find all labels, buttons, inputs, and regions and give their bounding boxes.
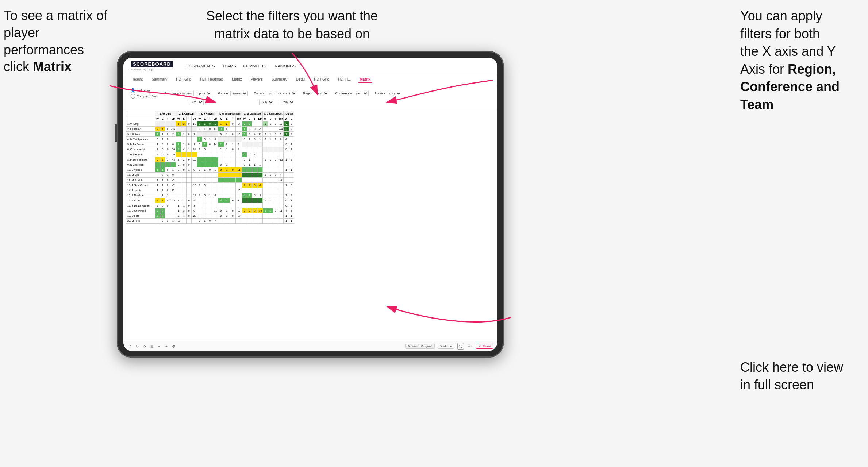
table-row: 10. B Valdes 1101 0010 0101 01011 11 [126, 167, 294, 173]
sh-dif5: Dif [257, 116, 263, 121]
row-name-1: 1. W Ding [126, 121, 155, 127]
col-header-4: 4. M Thorbjornsen [218, 111, 242, 116]
compact-view-radio[interactable] [131, 94, 135, 99]
players-group-2: (All) [280, 100, 295, 105]
sh-t5: T [252, 116, 257, 121]
gender-group: Gender Men's [218, 91, 248, 96]
plus-icon[interactable]: + [164, 343, 169, 349]
undo-icon[interactable]: ↺ [127, 343, 133, 349]
more-options-icon[interactable]: ⋯ [467, 343, 473, 349]
view-original-button[interactable]: 👁 View: Original [405, 344, 435, 349]
ann-bottomright-text: Click here to viewin full screen [740, 360, 843, 393]
sh-w6: W [263, 116, 268, 121]
annotation-topleft: To see a matrix of player performances c… [4, 7, 113, 76]
subnav-matrix-active[interactable]: Matrix [358, 77, 372, 83]
conference-select-2[interactable]: (All) [259, 100, 274, 105]
sh-w2: W [176, 116, 181, 121]
sh-w3: W [197, 116, 202, 121]
subnav-summary[interactable]: Summary [150, 77, 169, 83]
players-select-1[interactable]: (All) [387, 91, 402, 96]
watch-chevron-icon: ▾ [450, 344, 452, 348]
subnav-matrix-left[interactable]: Matrix [230, 77, 243, 83]
players-group: Players (All) [375, 91, 402, 96]
compact-view-label: Compact View [137, 94, 158, 98]
subnav-h2h-grid2[interactable]: H2H Grid [312, 77, 331, 83]
conference-label: Conference [335, 92, 352, 95]
conference-group-2: (All) [259, 100, 274, 105]
annotation-topright: You can applyfilters for boththe X axis … [740, 7, 857, 114]
sh-t1: T [165, 116, 170, 121]
subnav-h2h-heatmap[interactable]: H2H Heatmap [199, 77, 224, 83]
subnav-h2hh[interactable]: H2HH... [337, 77, 353, 83]
max-players-select[interactable]: Top 25 [193, 91, 212, 96]
nav-rankings[interactable]: RANKINGS [275, 63, 296, 69]
share-label: Share [482, 344, 491, 348]
compact-view-option[interactable]: Compact View [131, 94, 158, 99]
table-row: 4. M Thorbjornsen 010 1010 0101 0110 -6 [126, 137, 294, 142]
sh-dif3: Dif [212, 116, 218, 121]
refresh-icon[interactable]: ⟳ [142, 343, 147, 349]
sh-w7: W [284, 116, 289, 121]
tablet-screen: SCOREBOARD Powered by clippd TOURNAMENTS… [123, 58, 497, 351]
ann-topleft-line3-bold: Matrix [33, 59, 72, 74]
table-row: 13. J Skov Olesen 110-3 -19 10 220-1 13 [126, 183, 294, 188]
subnav-teams[interactable]: Teams [131, 77, 144, 83]
minus-icon[interactable]: − [156, 343, 162, 349]
view-radio-group: Full View Compact View [131, 88, 158, 99]
region-select-2[interactable]: N/A [189, 100, 204, 105]
conference-select-1[interactable]: (All) [354, 91, 369, 96]
bottom-bar: ↺ ↻ ⟳ ⊞ − + ⏱ 👁 View: Original Watch ▾ [123, 341, 497, 351]
col-header-7: 7. G Sa [284, 111, 294, 116]
players-select-2[interactable]: (All) [280, 100, 295, 105]
gender-select[interactable]: Men's [230, 91, 248, 96]
subnav-detail[interactable]: Detail [295, 77, 307, 83]
sub-nav: Teams Summary H2H Grid H2H Heatmap Matri… [123, 74, 497, 85]
sh-dif1: Dif [170, 116, 176, 121]
share-button[interactable]: ↗ Share [476, 344, 493, 349]
full-view-label: Full View [137, 89, 150, 93]
table-row: 17. S De La Fuente 200 110-8 02 [126, 203, 294, 208]
redo-icon[interactable]: ↻ [134, 343, 140, 349]
screen-content: SCOREBOARD Powered by clippd TOURNAMENTS… [123, 58, 497, 351]
logo-top: SCOREBOARD [131, 61, 173, 67]
full-view-option[interactable]: Full View [131, 88, 158, 93]
sh-t3: T [207, 116, 212, 121]
watch-button[interactable]: Watch ▾ [438, 344, 454, 349]
table-row: 6. C Lamprecht 300-16 24124 30 1106 01 [126, 147, 294, 152]
filter-bar: Full View Compact View Max players in vi… [123, 85, 497, 109]
full-view-radio[interactable] [131, 88, 135, 93]
tablet-frame: SCOREBOARD Powered by clippd TOURNAMENTS… [117, 51, 504, 358]
sh-dif4: Dif [236, 116, 242, 121]
table-row: 19. D Ford 20 240-20 01013 11 [126, 213, 294, 219]
col-header-3: 3. J Koivun [197, 111, 218, 116]
conference-group: Conference (All) [335, 91, 369, 96]
grid-icon[interactable]: ⊞ [149, 343, 155, 349]
ann-topleft-line2: player performances [4, 25, 84, 57]
ann-topleft-line3-normal: click [4, 59, 33, 74]
fullscreen-button[interactable]: ⛶ [457, 343, 464, 350]
nav-tournaments[interactable]: TOURNAMENTS [184, 63, 215, 69]
max-players-group: Max players in view Top 25 [164, 91, 212, 96]
nav-items: TOURNAMENTS TEAMS COMMITTEE RANKINGS [184, 63, 296, 69]
subnav-summary2[interactable]: Summary [270, 77, 289, 83]
filter-row-1: Full View Compact View Max players in vi… [131, 88, 490, 99]
scoreboard-header: SCOREBOARD Powered by clippd TOURNAMENTS… [123, 58, 497, 74]
subnav-h2h-grid[interactable]: H2H Grid [174, 77, 193, 83]
region-select-1[interactable]: N/A [315, 91, 329, 96]
region-label: Region [303, 92, 314, 95]
sh-l1: L [160, 116, 165, 121]
division-label: Division [254, 92, 265, 95]
division-select[interactable]: NCAA Division I [267, 91, 297, 96]
region-group-2: N/A [189, 100, 204, 105]
matrix-table: 1. W Ding 2. L Clanton 3. J Koivun 4. M … [126, 111, 294, 224]
table-row: 14. J Lundin 11010 -7 [126, 188, 294, 193]
clock-icon[interactable]: ⏱ [171, 343, 177, 349]
subnav-players[interactable]: Players [249, 77, 264, 83]
nav-committee[interactable]: COMMITTEE [243, 63, 268, 69]
nav-teams[interactable]: TEAMS [222, 63, 236, 69]
table-row: 18. C Sherwood 20 1300 -11 01013 220-10 … [126, 208, 294, 213]
col-header-5: 5. M La Sasso [242, 111, 263, 116]
sh-t2: T [187, 116, 192, 121]
sh-l3: L [202, 116, 207, 121]
gender-label: Gender [218, 92, 229, 95]
